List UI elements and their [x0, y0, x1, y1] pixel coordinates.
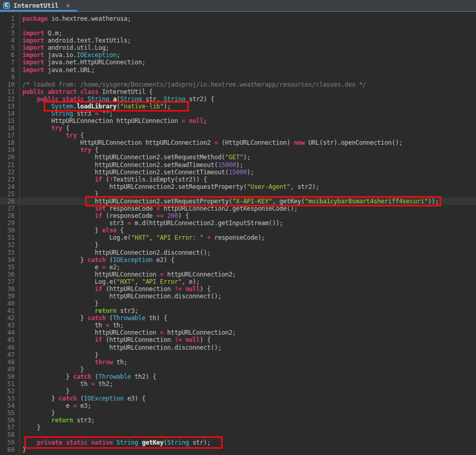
line-number: 46: [0, 344, 16, 351]
token-p: e: [22, 264, 102, 271]
code-line[interactable]: 8import java.net.URL;: [0, 66, 476, 74]
code-line[interactable]: 57 }: [0, 424, 476, 431]
editor[interactable]: 1package io.hextree.weatherusa;23import …: [0, 12, 476, 455]
code-line[interactable]: 21 httpURLConnection2.setReadTimeout(150…: [0, 161, 476, 169]
line-number: 31: [0, 234, 16, 241]
token-r: return: [51, 417, 73, 424]
code-line[interactable]: 56 return str3;: [0, 417, 476, 424]
token-p: TextUtils.isEmpty(str2)) {: [113, 176, 207, 183]
code-line[interactable]: 45 if (httpURLConnection != null) {: [0, 336, 476, 343]
code-line[interactable]: 25 }: [0, 190, 476, 198]
token-k: =: [182, 117, 185, 125]
code-line[interactable]: 15 HttpURLConnection httpURLConnection =…: [0, 117, 476, 125]
code-line[interactable]: 60}: [0, 446, 476, 453]
code-line[interactable]: 3import Q.m;: [0, 30, 476, 37]
code-line[interactable]: 34 } catch (IOException e2) {: [0, 256, 476, 264]
code-line[interactable]: 52 }: [0, 388, 476, 395]
code-line[interactable]: 29 str3 = m.d(httpURLConnection2.getInpu…: [0, 219, 476, 227]
line-number: 56: [0, 417, 16, 424]
code-text: } catch (IOException e2) {: [16, 256, 174, 264]
code-line[interactable]: 58: [0, 431, 476, 438]
code-line[interactable]: 38 if (httpURLConnection != null) {: [0, 285, 476, 293]
token-p: Log.e(: [22, 234, 131, 241]
token-p: [22, 359, 95, 366]
code-line[interactable]: 46 httpURLConnection.disconnect();: [0, 344, 476, 351]
code-line[interactable]: 32 }: [0, 241, 476, 249]
code-text: try {: [16, 132, 84, 139]
code-line[interactable]: 16 try {: [0, 125, 476, 132]
code-line[interactable]: 2: [0, 22, 476, 30]
code-line[interactable]: 53 } catch (IOException e3) {: [0, 395, 476, 402]
token-p: [22, 205, 95, 212]
code-line[interactable]: 23 if (!TextUtils.isEmpty(str2)) {: [0, 176, 476, 183]
code-line[interactable]: 59 private static native String getKey(S…: [0, 439, 476, 446]
code-line[interactable]: 50 } catch (Throwable th2) {: [0, 373, 476, 380]
line-number: 49: [0, 366, 16, 373]
code-line[interactable]: 4import android.text.TextUtils;: [0, 37, 476, 44]
code-line[interactable]: 5import android.util.Log;: [0, 44, 476, 51]
code-text: str3 = m.d(httpURLConnection2.getInputSt…: [16, 219, 283, 227]
token-k: public static: [37, 95, 84, 103]
tab-title: InternetUtil: [13, 2, 59, 9]
code-line[interactable]: 40 }: [0, 300, 476, 307]
code-line[interactable]: 7import java.net.HttpURLConnection;: [0, 59, 476, 66]
code-line[interactable]: 12 public static String a(String str, St…: [0, 95, 476, 103]
code-line[interactable]: 10/* loaded from: /home/sysgerm/Document…: [0, 81, 476, 88]
token-p: th;: [109, 322, 124, 329]
code-line[interactable]: 48 throw th;: [0, 359, 476, 366]
code-line[interactable]: 1package io.hextree.weatherusa;: [0, 15, 476, 22]
code-line[interactable]: 14 String str3 = "";: [0, 110, 476, 117]
code-line[interactable]: 20 httpURLConnection2.setRequestMethod("…: [0, 154, 476, 161]
code-line[interactable]: 43 th = th;: [0, 322, 476, 329]
code-line[interactable]: 31 Log.e("HXT", "API Error: " + response…: [0, 234, 476, 241]
code-line[interactable]: 22 httpURLConnection2.setConnectTimeout(…: [0, 169, 476, 176]
token-p: httpURLConnection.disconnect();: [22, 344, 222, 351]
token-k: =: [91, 380, 95, 388]
code-line[interactable]: 55 }: [0, 409, 476, 417]
token-k: =: [95, 110, 99, 117]
line-number: 59: [0, 439, 16, 446]
code-line[interactable]: 13 System.loadLibrary("native-lib");: [0, 103, 476, 110]
code-line[interactable]: 11public abstract class InternetUtil {: [0, 88, 476, 95]
code-line[interactable]: 37 Log.e("HXT", "API Error", e);: [0, 278, 476, 285]
code-text: } catch (IOException e3) {: [16, 395, 145, 402]
code-text: try {: [16, 146, 98, 154]
code-line[interactable]: 54 e = e3;: [0, 402, 476, 409]
code-line[interactable]: 35 e = e2;: [0, 264, 476, 271]
code-text: httpURLConnection = httpURLConnection2;: [16, 329, 236, 336]
code-line[interactable]: 24 httpURLConnection2.setRequestProperty…: [0, 183, 476, 190]
code-text: }: [16, 388, 70, 395]
code-line[interactable]: 28 if (responseCode == 200) {: [0, 212, 476, 219]
token-p: [203, 234, 207, 241]
code-line[interactable]: 39 httpURLConnection.disconnect();: [0, 293, 476, 300]
code-line[interactable]: 18 HttpURLConnection httpURLConnection2 …: [0, 139, 476, 146]
code-line[interactable]: 6import java.io.IOException;: [0, 51, 476, 59]
token-t: String: [51, 110, 73, 117]
token-p: , str2);: [290, 183, 319, 190]
gutter-separator: [19, 12, 20, 455]
code-line[interactable]: 17 try {: [0, 132, 476, 139]
token-p: (: [77, 395, 84, 402]
code-line[interactable]: 51 th = th2;: [0, 380, 476, 388]
code-line[interactable]: 41 return str3;: [0, 307, 476, 314]
code-line[interactable]: 26 httpURLConnection2.setRequestProperty…: [0, 198, 476, 205]
token-p: ;: [116, 51, 120, 59]
code-text: Log.e("HXT", "API Error: " + responseCod…: [16, 234, 265, 241]
token-s: "API Error: ": [156, 234, 203, 241]
code-line[interactable]: 19 try {: [0, 146, 476, 154]
code-line[interactable]: 30 } else {: [0, 227, 476, 234]
code-line[interactable]: 47 }: [0, 351, 476, 359]
token-t: IOException: [84, 395, 124, 402]
code-line[interactable]: 33 httpURLConnection2.disconnect();: [0, 249, 476, 256]
code-line[interactable]: 9: [0, 74, 476, 81]
close-icon[interactable]: ×: [65, 2, 71, 9]
code-line[interactable]: 44 httpURLConnection = httpURLConnection…: [0, 329, 476, 336]
code-line[interactable]: 27 int responseCode = httpURLConnection2…: [0, 205, 476, 212]
code-line[interactable]: 49 }: [0, 366, 476, 373]
token-p: str3;: [73, 417, 95, 424]
token-p: {: [77, 132, 84, 139]
token-p: httpURLConnection2.disconnect();: [22, 249, 211, 256]
code-line[interactable]: 36 httpURLConnection = httpURLConnection…: [0, 271, 476, 278]
line-number: 9: [0, 74, 16, 81]
code-line[interactable]: 42 } catch (Throwable th) {: [0, 314, 476, 322]
